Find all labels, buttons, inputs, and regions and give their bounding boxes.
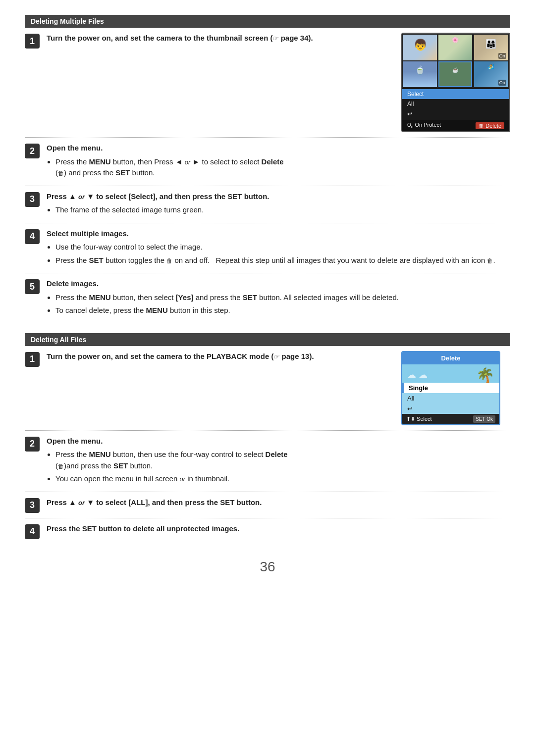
- menu-single[interactable]: Single: [402, 383, 499, 393]
- step4-bullet1: Use the four-way control to select the i…: [55, 242, 510, 253]
- section2-step1: 1 Turn the power on, and set the camera …: [25, 346, 510, 431]
- s2-step3-content: Press ▲ or ▼ to select [ALL], and then p…: [47, 497, 510, 511]
- section1-step1: 1 Turn the power on, and set the camera …: [25, 28, 510, 138]
- section1-step5: 5 Delete images. Press the MENU button, …: [25, 273, 510, 323]
- step4-content: Select multiple images. Use the four-way…: [47, 228, 510, 268]
- step4-title: Select multiple images.: [47, 228, 510, 240]
- s2-step1-content: Turn the power on, and set the camera to…: [47, 351, 510, 425]
- step2-content: Open the menu. Press the MENU button, th…: [47, 143, 510, 181]
- step3-main: Press ▲ or ▼ to select [Select], and the…: [47, 191, 510, 202]
- step-number-5: 5: [25, 279, 40, 294]
- section1-title: Deleting Multiple Files: [31, 17, 104, 25]
- step3-content: Press ▲ or ▼ to select [Select], and the…: [47, 191, 510, 218]
- s2-step2-title: Open the menu.: [47, 436, 510, 447]
- delete-title: Delete: [402, 352, 499, 364]
- step5-content: Delete images. Press the MENU button, th…: [47, 278, 510, 318]
- s2-step-number-4: 4: [25, 524, 40, 539]
- s2-step-number-3: 3: [25, 498, 40, 513]
- s2-step1-text: Turn the power on, and set the camera to…: [47, 351, 392, 362]
- step-number-2: 2: [25, 144, 40, 158]
- step5-bullet2: To cancel delete, press the MENU button …: [55, 305, 510, 316]
- section1-header: Deleting Multiple Files: [25, 15, 510, 28]
- step2-bullet1: Press the MENU button, then Press ◄ or ►…: [55, 156, 510, 179]
- step4-bullet2: Press the SET button toggles the 🗑 on an…: [55, 255, 510, 266]
- menu-back-label: ↩: [407, 110, 412, 117]
- step1-text: Turn the power on, and set the camera to…: [47, 33, 392, 44]
- menu-select-label[interactable]: Select: [407, 91, 424, 98]
- s2-step2-bullet1: Press the MENU button, then use the four…: [55, 449, 510, 471]
- menu-back-s2[interactable]: ↩: [402, 403, 499, 414]
- step5-bullet1: Press the MENU button, then select [Yes]…: [55, 292, 510, 303]
- menu-all[interactable]: All: [402, 393, 499, 403]
- s2-step2-content: Open the menu. Press the MENU button, th…: [47, 436, 510, 487]
- s2-step4-content: Press the SET button to delete all unpro…: [47, 523, 510, 537]
- menu-all-label: All: [407, 101, 414, 107]
- select-arrow-icon: ⬆⬇ Select: [406, 416, 432, 422]
- section1-step2: 2 Open the menu. Press the MENU button, …: [25, 138, 510, 186]
- set-ok-button[interactable]: SET Ok: [473, 415, 495, 423]
- section2-step3: 3 Press ▲ or ▼ to select [ALL], and then…: [25, 492, 510, 518]
- s2-step2-bullet2: You can open the menu in full screen or …: [55, 473, 510, 485]
- section1-step3: 3 Press ▲ or ▼ to select [Select], and t…: [25, 186, 510, 223]
- step-number-3: 3: [25, 192, 40, 207]
- protect-label: On On Protect: [407, 122, 441, 129]
- page-number: 36: [25, 559, 510, 575]
- section1-step4: 4 Select multiple images. Use the four-w…: [25, 223, 510, 274]
- step-number-4: 4: [25, 229, 40, 244]
- delete-menu-screen: Delete 🌴 ☁ ☁ Single All: [401, 351, 510, 425]
- section2-title: Deleting All Files: [31, 336, 86, 344]
- step-number-1: 1: [25, 34, 40, 49]
- s2-step4-main: Press the SET button to delete all unpro…: [47, 523, 510, 535]
- step3-bullet1: The frame of the selected image turns gr…: [55, 204, 510, 216]
- palm-tree-icon: 🌴: [476, 367, 494, 384]
- s2-step3-main: Press ▲ or ▼ to select [ALL], and then p…: [47, 497, 510, 508]
- delete-label[interactable]: 🗑 Delete: [476, 122, 504, 129]
- section2-step4: 4 Press the SET button to delete all unp…: [25, 518, 510, 544]
- section2-step2: 2 Open the menu. Press the MENU button, …: [25, 431, 510, 492]
- step5-title: Delete images.: [47, 278, 510, 290]
- section2-header: Deleting All Files: [25, 333, 510, 346]
- step2-title: Open the menu.: [47, 143, 510, 154]
- step1-content: Turn the power on, and set the camera to…: [47, 33, 510, 132]
- s2-step-number-1: 1: [25, 352, 40, 367]
- s2-step-number-2: 2: [25, 437, 40, 452]
- camera-thumbnail-screen: 👦 🌸 👨‍👩‍👧 On 🍵 ☕: [401, 33, 510, 132]
